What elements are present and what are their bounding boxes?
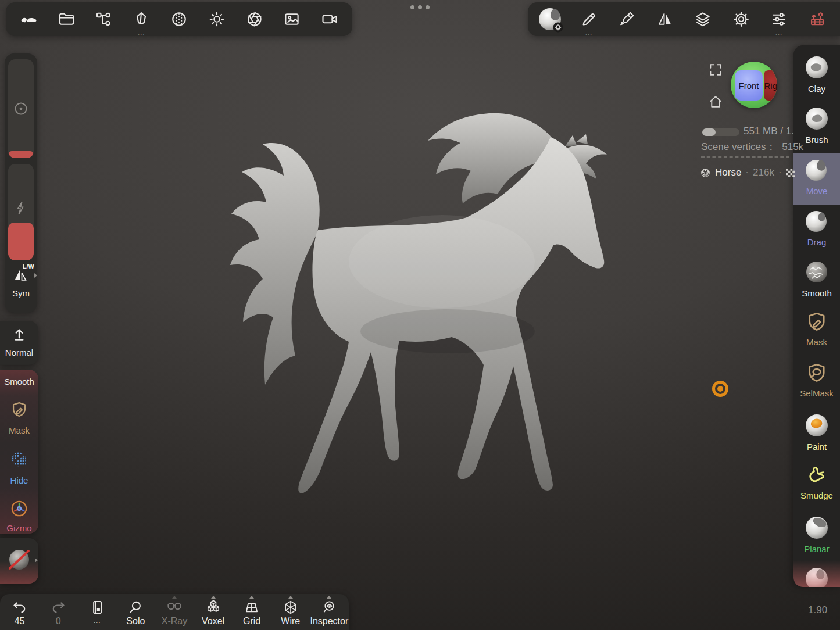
sun-icon (208, 10, 226, 28)
dot-sep: · (745, 167, 749, 178)
front-face[interactable]: Front (735, 70, 763, 101)
tool-sidebar: Clay Brush Move Drag Smooth (793, 45, 840, 587)
material-button[interactable] (164, 2, 194, 36)
multitask-dots[interactable] (410, 5, 430, 9)
tool-move[interactable]: Move (793, 153, 840, 205)
sidebar-bottom-glow (793, 560, 840, 587)
tool-smudge[interactable]: Smudge (793, 460, 840, 511)
inspector-button[interactable]: Inspector (310, 594, 348, 630)
pencil-icon (580, 10, 598, 28)
matcap-icon (170, 10, 188, 28)
falloff-expand-arrow[interactable] (35, 558, 38, 563)
background-image-button[interactable] (277, 2, 307, 36)
redo-button[interactable]: 0 (39, 594, 77, 630)
gizmo-label[interactable]: Gizmo (0, 523, 38, 533)
layers-button[interactable] (688, 2, 718, 36)
radius-slider[interactable] (8, 59, 34, 158)
lightning-icon (13, 200, 29, 216)
grid-button[interactable]: Grid (233, 594, 271, 630)
memory-bar-fill (702, 128, 716, 136)
undo-button[interactable]: 45 (1, 594, 39, 630)
image-icon (283, 10, 301, 28)
symmetry-icon[interactable] (12, 266, 30, 284)
hide-label[interactable]: Hide (0, 475, 38, 485)
wireframe-icon (283, 599, 299, 615)
active-tool-preview[interactable] (535, 2, 566, 36)
smooth-label[interactable]: Smooth (0, 377, 38, 386)
slider-fill (8, 151, 34, 158)
app-window: … (0, 0, 840, 630)
toolbox-button[interactable] (802, 2, 832, 36)
orientation-ball[interactable]: Front Right (731, 62, 777, 108)
radius-icon (12, 100, 30, 117)
files-folder-button[interactable] (51, 2, 81, 36)
fullscreen-icon[interactable] (708, 62, 723, 77)
painting-button[interactable] (612, 2, 642, 36)
hide-dotted-icon[interactable] (9, 450, 29, 470)
object-name: Horse (715, 167, 741, 178)
tool-smooth[interactable]: Smooth (793, 256, 840, 307)
sym-label[interactable]: Sym (5, 288, 37, 298)
object-row[interactable]: Horse · 216k · (700, 167, 795, 178)
home-icon[interactable] (708, 94, 723, 109)
tool-paint[interactable]: Paint (793, 409, 840, 460)
camera-button[interactable] (314, 2, 345, 36)
tool-clay[interactable]: Clay (793, 51, 840, 102)
filters-button[interactable]: … (764, 2, 794, 36)
cursor-target-indicator (712, 381, 728, 397)
stroke-button[interactable]: … (574, 2, 604, 36)
gizmo-icon[interactable] (9, 499, 29, 518)
overflow-dots: … (775, 30, 783, 36)
tool-mask[interactable]: Mask (793, 307, 840, 358)
postprocess-button[interactable] (240, 2, 270, 36)
mirror-icon (656, 10, 674, 28)
lighting-button[interactable] (202, 2, 232, 36)
grid-plane-icon (244, 599, 260, 615)
symmetry-button[interactable] (650, 2, 680, 36)
settings-button[interactable] (726, 2, 756, 36)
folder-icon (58, 10, 75, 28)
mask-shield-icon[interactable] (9, 400, 29, 420)
horse-model[interactable] (198, 87, 628, 506)
right-face[interactable]: Right (764, 70, 777, 101)
planar-sphere-icon (803, 514, 830, 541)
panel-caret-icon (327, 596, 331, 599)
mask-label[interactable]: Mask (0, 425, 38, 435)
topology-button[interactable]: … (126, 2, 156, 36)
drag-sphere-icon (803, 207, 830, 234)
slider-fill (8, 223, 34, 260)
checker-icon (786, 169, 795, 177)
intensity-slider[interactable] (8, 164, 34, 260)
sym-expand-arrow[interactable] (34, 273, 37, 278)
move-sphere-icon (803, 156, 830, 183)
panel-caret-icon (172, 596, 177, 599)
xray-button[interactable]: X-Ray (155, 594, 194, 630)
scene-graph-button[interactable] (88, 2, 119, 36)
scene-graph-icon (95, 10, 112, 28)
tool-selmask[interactable]: SelMask (793, 358, 840, 409)
top-left-toolbar: … (6, 2, 352, 36)
tool-planar[interactable]: Planar (793, 511, 840, 563)
normal-panel[interactable]: Normal (0, 321, 38, 365)
topology-icon (133, 10, 150, 28)
aperture-icon (246, 10, 263, 28)
nomad-logo[interactable] (13, 2, 44, 36)
falloff-none-icon (6, 547, 32, 572)
tool-drag[interactable]: Drag (793, 205, 840, 256)
horse-tail (230, 143, 320, 385)
history-button[interactable]: … (78, 594, 116, 630)
gear-icon (732, 10, 750, 28)
voxel-button[interactable]: Voxel (194, 594, 233, 630)
overflow-dots: … (585, 30, 593, 36)
wire-button[interactable]: Wire (271, 594, 310, 630)
paintbrush-icon (618, 10, 635, 28)
selmask-shield-icon (805, 361, 829, 385)
top-right-toolbar: … (528, 2, 840, 36)
object-count: 216k (753, 167, 774, 178)
solo-button[interactable]: Solo (116, 594, 155, 630)
falloff-panel[interactable] (0, 538, 38, 584)
bottom-toolbar: 45 0 … Solo X-Ray (0, 594, 349, 630)
left-tools-panel: Smooth Mask Hide Gizmo (0, 370, 38, 534)
vertices-label: Scene vertices： (701, 141, 776, 152)
voxel-cubes-icon (205, 599, 221, 615)
